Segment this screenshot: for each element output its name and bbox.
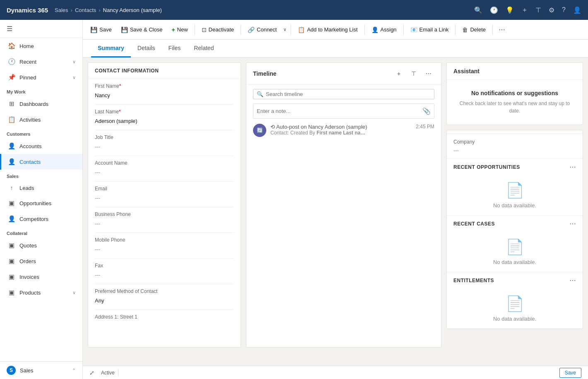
company-section: Company --- [447,134,583,158]
clock-icon[interactable]: 🕐 [490,6,498,14]
save-close-button[interactable]: 💾 Save & Close [117,24,167,36]
sidebar-item-dashboards[interactable]: ⊞ Dashboards [0,96,82,112]
timeline-add-button[interactable]: + [393,68,405,79]
timeline-entry-time: 2:45 PM [416,124,434,130]
timeline-entry-bold: First name Last na… [316,130,365,136]
job-title-value[interactable]: --- [95,142,234,151]
search-icon[interactable]: 🔍 [474,6,482,14]
assign-button[interactable]: 👤 Assign [367,24,401,36]
filter-icon[interactable]: ⊤ [535,6,541,14]
sidebar-item-products[interactable]: ▣ Products ∨ [0,285,82,300]
sidebar-item-products-label: Products [19,290,41,296]
field-email: Email --- [95,182,234,207]
sidebar-item-leads[interactable]: ↑ Leads [0,180,82,195]
sidebar-item-quotes[interactable]: ▣ Quotes [0,237,82,253]
sidebar-item-recent-label: Recent [19,59,36,65]
attach-icon[interactable]: 📎 [422,107,431,115]
help-icon[interactable]: ? [562,6,566,14]
recent-opportunities-more[interactable]: ⋯ [569,163,576,171]
timeline-filter-icon[interactable]: ⊤ [408,68,419,79]
sidebar-item-invoices[interactable]: ▣ Invoices [0,269,82,285]
user-icon[interactable]: 👤 [573,6,581,14]
status-save-button[interactable]: Save [559,368,581,378]
accounts-icon: 👤 [8,142,15,150]
field-job-title: Job Title --- [95,130,234,156]
plus-icon[interactable]: ＋ [521,6,528,14]
add-marketing-button[interactable]: 📋 Add to Marketing List [294,24,361,36]
job-title-label: Job Title [95,134,234,140]
preferred-contact-value[interactable]: Any [95,296,234,305]
account-name-value[interactable]: --- [95,168,234,177]
timeline-avatar-icon: 🔄 [257,127,263,133]
expand-icon[interactable]: ⤢ [89,369,94,376]
recent-cases-empty-icon: 📄 [453,238,576,256]
tab-details[interactable]: Details [131,40,162,58]
new-button[interactable]: + New [167,24,192,36]
lightbulb-icon[interactable]: 💡 [506,6,514,14]
timeline-panel: Timeline + ⊤ ⋯ 🔍 📎 [246,62,441,348]
sidebar-item-contacts[interactable]: 👤 Contacts [0,154,82,170]
orders-icon: ▣ [8,257,15,265]
assistant-empty-subtitle: Check back later to see what's new and s… [453,100,576,115]
contact-info-title: CONTACT INFORMATION [95,68,159,74]
sidebar-item-home[interactable]: 🏠 Home [0,38,82,54]
fax-label: Fax [95,263,234,269]
timeline-note-input[interactable] [257,108,419,114]
hamburger-menu[interactable]: ☰ [0,20,82,38]
sidebar-item-opportunities[interactable]: ▣ Opportunities [0,195,82,211]
field-first-name: First Name* Nancy [95,79,234,105]
business-phone-value[interactable]: --- [95,219,234,228]
more-options-button[interactable]: ⋯ [495,23,508,36]
email-value[interactable]: --- [95,193,234,203]
pinned-chevron-icon: ∨ [72,75,76,80]
address-street-value[interactable] [95,321,234,325]
sidebar-sales-bottom[interactable]: S Sales ⌃ [0,362,82,379]
timeline-more-button[interactable]: ⋯ [423,68,434,79]
cmd-sep4 [364,25,365,35]
connect-icon: 🔗 [248,26,255,33]
opportunities-icon: ▣ [8,199,15,207]
settings-icon[interactable]: ⚙ [549,6,554,14]
deactivate-button[interactable]: ⊡ Deactivate [198,24,238,36]
breadcrumb-contacts[interactable]: Contacts [75,7,96,13]
connect-dropdown-chevron[interactable]: ∨ [282,24,288,35]
brand-logo[interactable]: Dynamics 365 [7,7,48,14]
save-close-label: Save & Close [130,26,163,33]
tab-related[interactable]: Related [187,40,220,58]
entitlements-more[interactable]: ⋯ [569,276,576,284]
tabs-bar: Summary Details Files Related [83,40,588,58]
field-preferred-contact: Preferred Method of Contact Any [95,284,234,310]
entitlements-empty: 📄 No data available. [447,288,583,329]
assistant-empty-title: No notifications or suggestions [453,90,576,96]
entitlements-header: ENTITLEMENTS ⋯ [447,272,583,288]
timeline-search-input[interactable] [266,91,431,97]
delete-button[interactable]: 🗑 Delete [458,24,490,36]
last-name-required: * [119,109,121,115]
sidebar-item-competitors[interactable]: 👤 Competitors [0,211,82,227]
assistant-body: No notifications or suggestions Check ba… [447,80,583,125]
first-name-value[interactable]: Nancy [95,91,234,100]
competitors-icon: 👤 [8,215,15,223]
fax-value[interactable]: --- [95,270,234,280]
sidebar-item-orders[interactable]: ▣ Orders [0,253,82,269]
cmd-sep1 [195,25,195,35]
sidebar-item-recent[interactable]: 🕐 Recent ∨ [0,54,82,70]
tab-files[interactable]: Files [162,40,188,58]
tab-summary[interactable]: Summary [91,40,131,58]
sidebar-item-contacts-label: Contacts [19,159,41,165]
sidebar-item-pinned[interactable]: 📌 Pinned ∨ [0,70,82,85]
email-link-button[interactable]: 📧 Email a Link [406,24,453,36]
timeline-entry-title: ⟲ Auto-post on Nancy Aderson (sample) [270,124,412,130]
pinned-icon: 📌 [8,74,15,81]
recent-opportunities-empty: 📄 No data available. [447,175,583,215]
sidebar-item-activities[interactable]: 📋 Activities [0,112,82,127]
save-button[interactable]: 💾 Save [86,24,116,36]
connect-button[interactable]: 🔗 Connect [243,24,281,36]
recent-opportunities-empty-icon: 📄 [453,182,576,199]
mobile-phone-value[interactable]: --- [95,245,234,254]
breadcrumb-sales[interactable]: Sales [55,7,68,13]
last-name-value[interactable]: Aderson (sample) [95,116,234,126]
sidebar-item-dashboards-label: Dashboards [19,101,48,107]
sidebar-item-accounts[interactable]: 👤 Accounts [0,138,82,154]
recent-cases-more[interactable]: ⋯ [569,220,576,228]
